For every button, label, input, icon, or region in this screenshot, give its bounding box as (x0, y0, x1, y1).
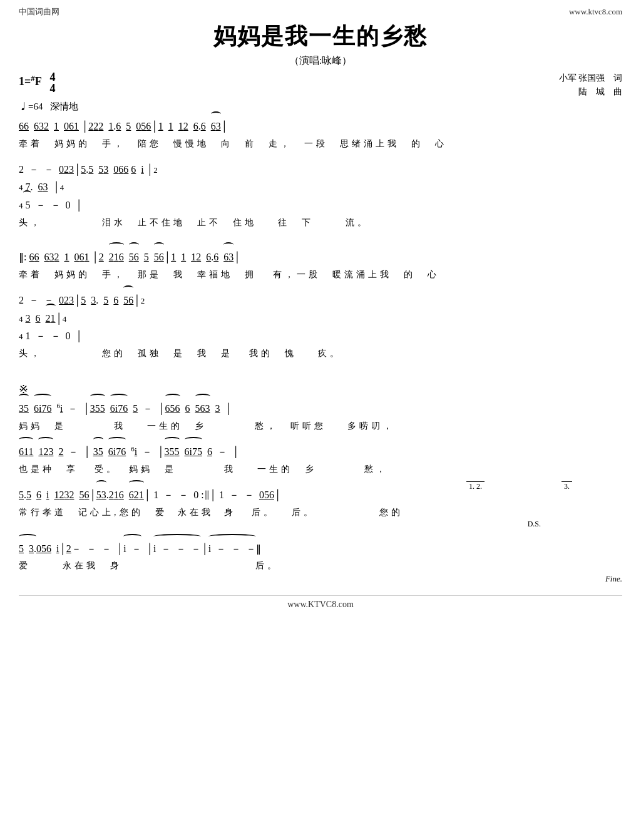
song-subtitle: （演唱:咏峰） (19, 54, 622, 68)
page: 中国词曲网 www.ktvc8.com 妈妈是我一生的乡愁 （演唱:咏峰） 1=… (0, 0, 641, 840)
music-line-7: 5.5 6 i 1232 56│53.216 621│ 1 － － 0 :‖│ … (19, 486, 622, 505)
composer: 陆 城 曲 (559, 85, 623, 99)
section-8: 5 3.056 i│2－ － － │i － │i － － －│i － － －‖ … (19, 540, 622, 585)
music-line-8: 5 3.056 i│2－ － － │i － │i － － －│i － － －‖ (19, 540, 622, 558)
section-4: 2 － － 023│5 3. 5 6 56│24 3 6 21│44 1 － －… (19, 292, 622, 359)
lyric-line-2: 头， 泪水 止不住地 止不 住地 往 下 流。 (19, 217, 622, 228)
music-line-4: 2 － － 023│5 3. 5 6 56│24 3 6 21│44 1 － －… (19, 292, 622, 346)
section-5: ※ 35 6i76 6i － │355 6i76 5 － │656 6 563 … (19, 379, 622, 432)
section-6: 611 123 2 － │ 35 6i76 6i － │355 6i75 6 －… (19, 443, 622, 475)
song-title: 妈妈是我一生的乡愁 (19, 21, 622, 52)
section-3: ‖: 66 632 1 061 │2 216 56 5 56│1 1 12 6.… (19, 248, 622, 280)
lyric-line-1: 牵着 妈妈的 手， 陪您 慢慢地 向 前 走， 一段 思绪涌上我 的 心 (19, 138, 622, 150)
section-2: 2 － － 023│5.5 53 066 6 i │24 7. 63 │44 5… (19, 161, 622, 228)
bottom-bar: www.KTVC8.com (19, 595, 622, 610)
site-right: www.ktvc8.com (569, 7, 622, 17)
tempo-value: ♩=64 深情地 (19, 101, 78, 111)
key-time-block: 1=#F 4 4 (19, 71, 56, 94)
music-line-5: ※ 35 6i76 6i － │355 6i76 5 － │656 6 563 … (19, 379, 622, 418)
lyricist: 小军 张国强 词 (559, 71, 623, 85)
header-info: 1=#F 4 4 小军 张国强 词 陆 城 曲 (19, 71, 622, 100)
music-line-1: 66 632 1 061 │222 1.6 5 056│1 1 12 6.6 6… (19, 118, 622, 136)
music-line-3: ‖: 66 632 1 061 │2 216 56 5 56│1 1 12 6.… (19, 248, 622, 267)
tempo-line: ♩=64 深情地 (19, 101, 622, 113)
lyric-line-5: 妈妈 是 我 一生的 乡 愁， 听听您 多唠叨， (19, 421, 622, 432)
key-signature: 1=#F 4 4 (19, 71, 56, 94)
lyric-line-7: 常行孝道 记心上,您的 爱 永在我 身 后。 后。 您的 (19, 507, 622, 518)
lyric-line-4: 头， 您的 孤独 是 我 是 我的 愧 疚。 (19, 348, 622, 359)
top-bar: 中国词曲网 www.ktvc8.com (19, 6, 622, 18)
section-1: 66 632 1 061 │222 1.6 5 056│1 1 12 6.6 6… (19, 118, 622, 150)
music-line-6: 611 123 2 － │ 35 6i76 6i － │355 6i75 6 －… (19, 443, 622, 461)
composer-info: 小军 张国强 词 陆 城 曲 (559, 71, 623, 100)
site-left: 中国词曲网 (19, 6, 59, 18)
lyric-line-3: 牵着 妈妈的 手， 那是 我 幸福地 拥 有，一股 暖流涌上我 的 心 (19, 269, 622, 280)
lyric-line-8: 爱 永在我 身 后。 (19, 560, 622, 571)
lyric-line-6: 也是种 享 受。 妈妈 是 我 一生的 乡 愁， (19, 464, 622, 475)
music-line-2: 2 － － 023│5.5 53 066 6 i │24 7. 63 │44 5… (19, 161, 622, 215)
section-7: 1. 2. 3. 5.5 6 i 1232 56│53.216 621│ 1 －… (19, 486, 622, 529)
